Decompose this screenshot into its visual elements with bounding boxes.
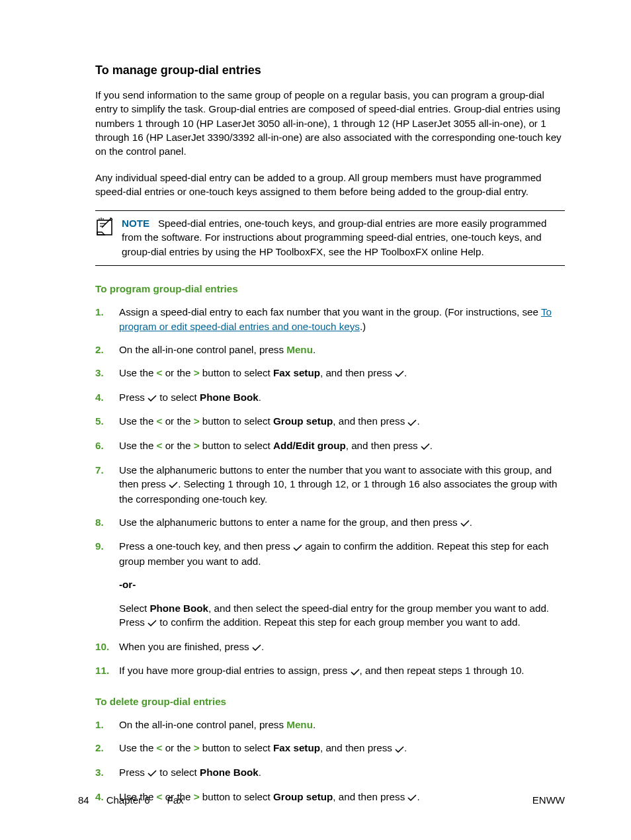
list-number: 2. [95,741,119,756]
button-label: Menu [286,344,313,355]
list-body: Use the < or the > button to select Fax … [119,741,565,756]
checkmark-icon [421,439,430,453]
list-number: 3. [95,366,119,381]
list-item: 3. Use the < or the > button to select F… [95,366,565,381]
section-label: Fax [167,794,184,806]
ui-option: Add/Edit group [273,440,346,451]
list-body: When you are finished, press . [119,640,565,655]
ui-option: Phone Book [149,603,208,614]
checkmark-icon [351,665,360,679]
list-item: 2. Use the < or the > button to select F… [95,741,565,756]
button-label: > [194,440,200,451]
list-item: 5. Use the < or the > button to select G… [95,414,565,429]
list-number: 4. [95,390,119,405]
list-body: Press a one-touch key, and then press ag… [119,539,565,630]
program-list: 1. Assign a speed-dial entry to each fax… [95,305,565,679]
button-label: > [194,742,200,753]
list-body: If you have more group-dial entries to a… [119,663,565,679]
list-body: Press to select Phone Book. [119,390,565,405]
list-body: On the all-in-one control panel, press M… [119,718,565,732]
list-number: 6. [95,439,119,454]
list-body: Press to select Phone Book. [119,765,565,780]
checkmark-icon [147,766,157,780]
chapter-label: Chapter 6 [106,794,150,806]
button-label: > [194,415,200,427]
button-label: Menu [286,719,313,730]
section-heading: To manage group-dial entries [95,62,565,79]
list-number: 10. [95,640,119,655]
list-item: 6. Use the < or the > button to select A… [95,439,565,454]
list-number: 5. [95,414,119,429]
checkmark-icon [293,540,302,554]
ui-option: Phone Book [200,767,259,778]
checkmark-icon [395,366,404,380]
or-label: -or- [119,579,136,590]
list-number: 1. [95,305,119,333]
page-number: 84 [78,794,89,806]
svg-rect-0 [97,220,112,235]
list-item: 10. When you are finished, press . [95,640,565,655]
note-icon [95,216,122,241]
list-number: 11. [95,663,119,679]
ui-option: Phone Book [200,392,259,403]
list-number: 3. [95,765,119,780]
list-item: 3. Press to select Phone Book. [95,765,565,780]
delete-list: 1. On the all-in-one control panel, pres… [95,718,565,804]
list-number: 8. [95,515,119,530]
list-number: 9. [95,539,119,630]
footer-right: ENWW [532,793,565,807]
list-body: Assign a speed-dial entry to each fax nu… [119,305,565,333]
list-number: 2. [95,343,119,357]
note-label: NOTE [122,218,149,229]
list-body: On the all-in-one control panel, press M… [119,343,565,357]
list-item: 1. On the all-in-one control panel, pres… [95,718,565,732]
subheading-program: To program group-dial entries [95,282,565,296]
checkmark-icon [252,640,261,654]
checkmark-icon [169,478,178,491]
note-text: Speed-dial entries, one-touch keys, and … [122,218,546,257]
subheading-delete: To delete group-dial entries [95,694,565,708]
note-body: NOTE Speed-dial entries, one-touch keys,… [122,216,565,259]
intro-paragraph-2: Any individual speed-dial entry can be a… [95,171,565,199]
note-block: NOTE Speed-dial entries, one-touch keys,… [95,210,565,266]
checkmark-icon [407,415,417,429]
checkmark-icon [395,742,404,756]
list-item: 7. Use the alphanumeric buttons to enter… [95,463,565,506]
checkmark-icon [147,616,157,630]
list-item: 9. Press a one-touch key, and then press… [95,539,565,630]
list-item: 1. Assign a speed-dial entry to each fax… [95,305,565,333]
ui-option: Fax setup [273,367,320,378]
list-body: Use the alphanumeric buttons to enter a … [119,515,565,530]
ui-option: Group setup [273,415,333,427]
checkmark-icon [460,516,470,530]
list-body: Use the < or the > button to select Fax … [119,366,565,381]
list-number: 1. [95,718,119,732]
list-item: 11. If you have more group-dial entries … [95,663,565,679]
list-item: 4. Press to select Phone Book. [95,390,565,405]
list-number: 7. [95,463,119,506]
checkmark-icon [147,391,157,405]
list-item: 8. Use the alphanumeric buttons to enter… [95,515,565,530]
intro-paragraph-1: If you send information to the same grou… [95,88,565,158]
ui-option: Fax setup [273,742,320,753]
button-label: > [194,367,200,378]
page-footer: 84Chapter 6Fax ENWW [78,793,565,807]
list-item: 2. On the all-in-one control panel, pres… [95,343,565,357]
list-body: Use the < or the > button to select Grou… [119,414,565,429]
list-body: Use the alphanumeric buttons to enter th… [119,463,565,506]
list-body: Use the < or the > button to select Add/… [119,439,565,454]
